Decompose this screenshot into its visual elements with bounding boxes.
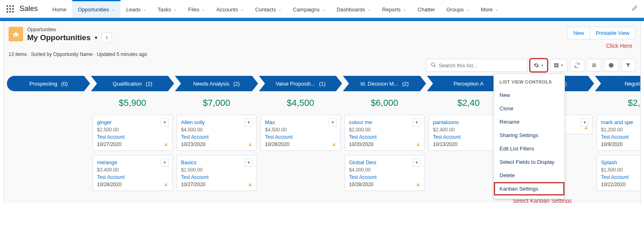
card-menu-icon[interactable]: ▼ — [329, 118, 337, 127]
nav-item-home[interactable]: Home — [47, 0, 72, 17]
kanban-card[interactable]: ▼Max$4,500.00Test Account10/28/2020▲ — [261, 115, 340, 151]
card-menu-icon[interactable]: ▼ — [245, 118, 253, 127]
table-icon — [554, 62, 559, 68]
card-date: 10/20/2020 — [349, 142, 420, 147]
search-list-input[interactable] — [439, 62, 523, 69]
menu-item-rename[interactable]: Rename — [494, 115, 564, 129]
card-account-link[interactable]: Test Account — [349, 134, 420, 140]
warning-icon: ▲ — [247, 181, 253, 187]
nav-item-more[interactable]: More⌄ — [475, 0, 504, 17]
card-title[interactable]: melange — [97, 159, 168, 165]
nav-item-leads[interactable]: Leads⌄ — [121, 0, 152, 17]
card-title[interactable]: Splash — [601, 159, 641, 165]
card-title[interactable]: Max — [265, 119, 336, 125]
card-account-link[interactable]: Test Account — [601, 174, 641, 180]
card-menu-icon[interactable]: ▼ — [413, 159, 421, 167]
list-icon — [591, 62, 597, 68]
chevron-down-icon: ⌄ — [112, 7, 115, 11]
menu-item-select-fields-to-display[interactable]: Select Fields to Display — [494, 155, 564, 169]
refresh-button[interactable] — [570, 59, 584, 72]
card-amount: $2,500.00 — [97, 127, 168, 133]
warning-icon: ▲ — [247, 141, 253, 147]
kanban-card[interactable]: ▼ginger$2,500.00Test Account10/27/2020▲ — [93, 115, 172, 151]
column-total: $7,000 — [175, 91, 258, 115]
column-header[interactable]: Prospecting(0) — [7, 76, 90, 91]
card-amount: $4,000.00 — [349, 167, 420, 173]
card-title[interactable]: ginger — [97, 119, 168, 125]
kanban-card[interactable]: ▼Splash$1,500.00Test Account10/22/2020 — [597, 155, 641, 191]
card-account-link[interactable]: Test Account — [181, 174, 252, 180]
printable-view-button[interactable]: Printable View — [590, 27, 635, 39]
card-title[interactable]: Basics — [181, 159, 252, 165]
list-view-controls-button[interactable]: ▼ — [530, 59, 547, 72]
chevron-down-icon: ⌄ — [278, 7, 282, 11]
nav-item-contacts[interactable]: Contacts⌄ — [250, 0, 287, 17]
card-menu-icon[interactable]: ▼ — [161, 159, 169, 167]
search-list-input-wrap[interactable] — [426, 59, 528, 72]
column-header[interactable]: Negotiatio — [595, 76, 641, 91]
menu-item-new[interactable]: New — [494, 88, 564, 102]
card-title[interactable]: mark and spe — [601, 119, 641, 125]
card-menu-icon[interactable]: ▼ — [413, 118, 421, 127]
warning-icon: ▲ — [163, 181, 169, 187]
column-header[interactable]: Value Propositi...(1) — [259, 76, 342, 91]
nav-item-accounts[interactable]: Accounts⌄ — [211, 0, 249, 17]
card-account-link[interactable]: Test Account — [97, 134, 168, 140]
chevron-down-icon: ⌄ — [322, 7, 325, 11]
display-as-button[interactable]: ▼ — [550, 59, 567, 72]
kanban-column: Value Propositi...(1)$4,500▼Max$4,500.00… — [259, 76, 342, 195]
chart-button[interactable] — [604, 59, 618, 72]
card-account-link[interactable]: Test Account — [97, 174, 168, 180]
menu-item-clone[interactable]: Clone — [494, 102, 564, 115]
kanban-column: Negotiatio$2,7▼mark and spe$1,200.00Test… — [595, 76, 641, 195]
menu-item-kanban-settings[interactable]: Kanban Settings — [494, 182, 564, 195]
list-view-dropdown-icon[interactable]: ▼ — [94, 35, 98, 40]
kanban-card[interactable]: ▼mark and spe$1,200.00Test Account10/9/2… — [597, 115, 641, 151]
card-title[interactable]: Allen solly — [181, 119, 252, 125]
kanban-card[interactable]: ▼Global Desi$4,000.00Test Account10/28/2… — [345, 155, 424, 191]
menu-title: LIST VIEW CONTROLS — [494, 77, 564, 88]
nav-items: HomeOpportunities⌄Leads⌄Tasks⌄Files⌄Acco… — [47, 0, 504, 17]
card-menu-icon[interactable]: ▼ — [161, 118, 169, 127]
card-account-link[interactable]: Test Account — [349, 174, 420, 180]
menu-item-delete[interactable]: Delete — [494, 169, 564, 182]
menu-item-edit-list-filters[interactable]: Edit List Filters — [494, 142, 564, 155]
inline-edit-button[interactable] — [587, 59, 601, 72]
pie-icon — [608, 62, 614, 68]
column-header[interactable]: Id. Decision M...(2) — [343, 76, 426, 91]
kanban-card[interactable]: ▼colour me$2,000.00Test Account10/20/202… — [345, 115, 424, 151]
nav-item-dashboards[interactable]: Dashboards⌄ — [331, 0, 377, 17]
list-view-title[interactable]: My Opportunities — [27, 33, 90, 42]
app-launcher-icon[interactable] — [6, 5, 14, 13]
nav-item-groups[interactable]: Groups⌄ — [441, 0, 475, 17]
kanban-card[interactable]: ▼Allen solly$4,500.00Test Account10/23/2… — [177, 115, 256, 151]
edit-nav-icon[interactable] — [632, 5, 638, 12]
kanban-card[interactable]: ▼Basics$2,500.00Test Account10/27/2020▲ — [177, 155, 256, 191]
card-title[interactable]: Global Desi — [349, 159, 420, 165]
kanban-card[interactable]: ▼melange$3,400.00Test Account10/28/2020▲ — [93, 155, 172, 191]
nav-item-files[interactable]: Files⌄ — [183, 0, 211, 17]
refresh-icon — [574, 62, 580, 68]
nav-item-reports[interactable]: Reports⌄ — [377, 0, 412, 17]
card-account-link[interactable]: Test Account — [601, 134, 641, 140]
nav-item-chatter[interactable]: Chatter — [412, 0, 441, 17]
menu-item-sharing-settings[interactable]: Sharing Settings — [494, 129, 564, 142]
card-account-link[interactable]: Test Account — [265, 134, 336, 140]
new-button[interactable]: New — [567, 27, 590, 39]
card-account-link[interactable]: Test Account — [181, 134, 252, 140]
card-title[interactable]: colour me — [349, 119, 420, 125]
column-header[interactable]: Needs Analysis(2) — [175, 76, 258, 91]
filter-button[interactable] — [621, 59, 635, 72]
nav-item-campaigns[interactable]: Campaigns⌄ — [287, 0, 331, 17]
pin-list-icon[interactable] — [101, 32, 112, 43]
card-amount: $2,000.00 — [349, 127, 420, 133]
kanban-column: Qualification(2)$5,900▼ginger$2,500.00Te… — [91, 76, 174, 195]
nav-item-opportunities[interactable]: Opportunities⌄ — [72, 0, 121, 17]
column-header[interactable]: Qualification(2) — [91, 76, 174, 91]
card-amount: $2,500.00 — [181, 167, 252, 173]
card-date: 10/27/2020 — [181, 182, 252, 187]
chevron-down-icon: ⌄ — [403, 7, 406, 11]
card-date: 10/28/2020 — [265, 142, 336, 147]
card-menu-icon[interactable]: ▼ — [245, 159, 253, 167]
nav-item-tasks[interactable]: Tasks⌄ — [152, 0, 182, 17]
